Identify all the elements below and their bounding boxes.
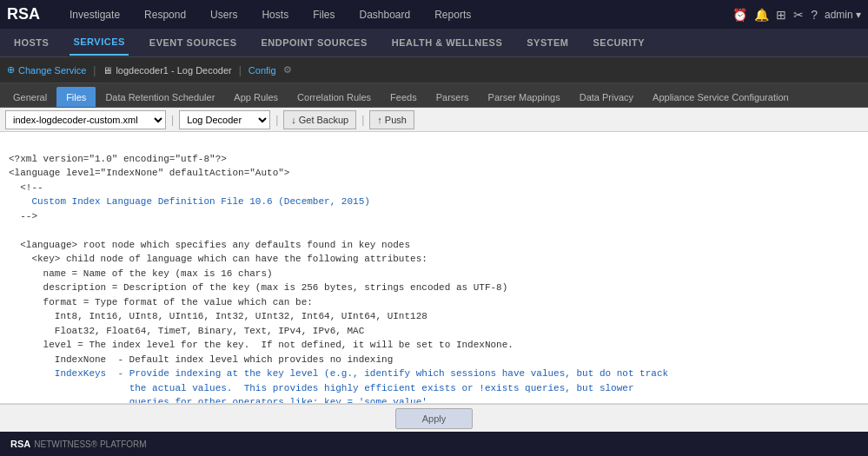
tab-data-retention[interactable]: Data Retention Scheduler: [96, 87, 224, 107]
toolbar-separator-1: |: [171, 114, 174, 126]
code-line-3: <!--: [9, 182, 43, 193]
second-navigation: HOSTS SERVICES EVENT SOURCES ENDPOINT SO…: [0, 29, 868, 57]
clock-icon[interactable]: ⏰: [732, 8, 747, 22]
code-line-5: -->: [9, 211, 37, 221]
upload-icon: ↑: [377, 115, 382, 125]
plus-icon: ⊕: [7, 64, 15, 76]
tab-general[interactable]: General: [3, 87, 56, 107]
code-line-6: <language> root node which specifies any…: [9, 240, 410, 250]
code-line-13: level = The index level for the key. If …: [9, 340, 514, 350]
service-icon: 🖥: [103, 65, 112, 76]
code-line-2: <language level="IndexNone" defaultActio…: [9, 168, 289, 178]
tab-asc[interactable]: Appliance Service Configuration: [643, 87, 798, 107]
secondnav-system[interactable]: SYSTEM: [523, 30, 572, 55]
bottom-tagline: NETWITNESS® PLATFORM: [34, 439, 146, 449]
nav-files[interactable]: Files: [309, 7, 338, 23]
secondnav-hosts[interactable]: HOSTS: [10, 30, 52, 55]
secondnav-health[interactable]: HEALTH & WELLNESS: [388, 30, 506, 55]
scissors-icon[interactable]: ✂: [793, 8, 804, 22]
code-line-7: <key> child node of language which can h…: [9, 254, 427, 264]
rsa-logo: RSA: [7, 5, 40, 23]
secondnav-event-sources[interactable]: EVENT SOURCES: [146, 30, 241, 55]
change-service-btn[interactable]: ⊕ Change Service: [7, 64, 86, 76]
code-line-9: description = Description of the key (ma…: [9, 282, 507, 293]
config-icon: ⚙: [283, 64, 292, 76]
footer-bar: Apply: [0, 404, 868, 432]
source-selector[interactable]: Log Decoder: [179, 110, 270, 129]
code-line-16: the actual values. This provides highly …: [9, 383, 634, 393]
tab-parser-mappings[interactable]: Parser Mappings: [479, 87, 570, 107]
tab-data-privacy[interactable]: Data Privacy: [570, 87, 643, 107]
change-service-label[interactable]: Change Service: [18, 65, 86, 76]
bell-icon[interactable]: 🔔: [754, 8, 769, 22]
code-line-17: queries for other operators like: key = …: [9, 397, 427, 404]
tab-app-rules[interactable]: App Rules: [224, 87, 288, 107]
breadcrumb-bar: ⊕ Change Service | 🖥 logdecoder1 - Log D…: [0, 57, 868, 83]
code-line-15: IndexKeys - Provide indexing at the key …: [9, 368, 668, 379]
code-line-14: IndexNone - Default index level which pr…: [9, 354, 393, 365]
service-name-area: 🖥 logdecoder1 - Log Decoder: [103, 65, 231, 76]
secondnav-security[interactable]: SECURITY: [589, 30, 648, 55]
help-icon[interactable]: ?: [811, 8, 818, 22]
file-selector[interactable]: index-logdecoder-custom.xml: [5, 110, 166, 129]
app-container: RSA Investigate Respond Users Hosts File…: [0, 0, 868, 456]
file-content-editor[interactable]: <?xml version="1.0" encoding="utf-8"?> <…: [0, 132, 868, 404]
bottom-logo: RSA: [10, 439, 30, 449]
nav-respond[interactable]: Respond: [141, 7, 189, 23]
nav-dashboard[interactable]: Dashboard: [355, 7, 414, 23]
nav-hosts[interactable]: Hosts: [258, 7, 292, 23]
breadcrumb-separator-1: |: [93, 64, 96, 76]
tab-parsers[interactable]: Parsers: [427, 87, 479, 107]
code-line-4: Custom Index Language Definition File 10…: [9, 196, 370, 207]
get-backup-button[interactable]: ↓ Get Backup: [283, 110, 356, 129]
top-navigation: RSA Investigate Respond Users Hosts File…: [0, 0, 868, 29]
breadcrumb-separator-2: |: [239, 64, 242, 76]
tab-correlation-rules[interactable]: Correlation Rules: [288, 87, 381, 107]
apply-button[interactable]: Apply: [395, 408, 474, 429]
secondnav-endpoint-sources[interactable]: ENDPOINT SOURCES: [257, 30, 370, 55]
code-line-1: <?xml version="1.0" encoding="utf-8"?>: [9, 154, 227, 164]
bottom-branding: RSA NETWITNESS® PLATFORM: [0, 432, 868, 456]
nav-icons: ⏰ 🔔 ⊞ ✂ ? admin ▾: [732, 8, 861, 22]
code-line-11: Int8, Int16, UInt8, UInt16, Int32, UInt3…: [9, 311, 427, 321]
tab-files[interactable]: Files: [56, 87, 96, 107]
toolbar-separator-3: |: [361, 114, 364, 126]
toolbar-separator-2: |: [275, 114, 278, 126]
push-button[interactable]: ↑ Push: [369, 110, 414, 129]
file-toolbar: index-logdecoder-custom.xml | Log Decode…: [0, 108, 868, 132]
config-link[interactable]: Config: [248, 65, 276, 76]
secondnav-services[interactable]: SERVICES: [70, 30, 128, 56]
code-line-10: format = Type format of the value which …: [9, 297, 313, 307]
tab-bar: General Files Data Retention Scheduler A…: [0, 83, 868, 108]
nav-users[interactable]: Users: [207, 7, 241, 23]
nav-reports[interactable]: Reports: [431, 7, 474, 23]
code-line-8: name = Name of the key (max is 16 chars): [9, 268, 273, 279]
grid-icon[interactable]: ⊞: [776, 8, 786, 22]
service-name-label: logdecoder1 - Log Decoder: [116, 65, 231, 76]
tab-feeds[interactable]: Feeds: [381, 87, 427, 107]
code-line-12: Float32, Float64, TimeT, Binary, Text, I…: [9, 326, 364, 336]
nav-investigate[interactable]: Investigate: [66, 7, 123, 23]
download-icon: ↓: [291, 115, 296, 125]
admin-menu[interactable]: admin ▾: [825, 9, 861, 21]
